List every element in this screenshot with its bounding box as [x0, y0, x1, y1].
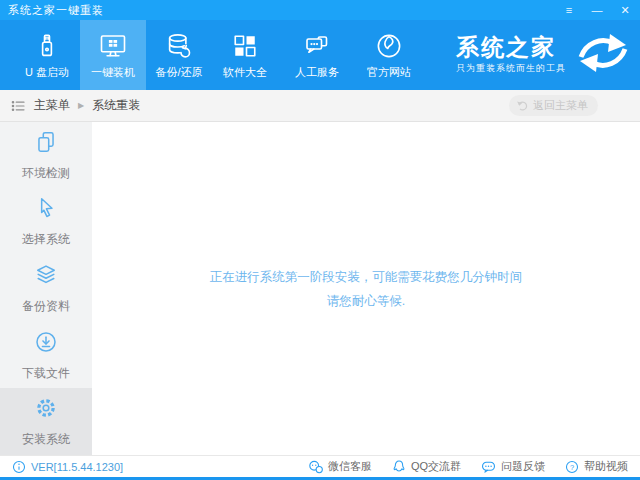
sidebar-item-install-system[interactable]: 安装系统 [0, 388, 92, 455]
chat-service-icon [302, 30, 332, 62]
breadcrumb-separator-icon: ▶ [78, 101, 84, 110]
qq-group-link[interactable]: QQ交流群 [392, 459, 461, 474]
app-window: 系统之家一键重装 ≡ — ✕ U 盘启动 [0, 0, 640, 480]
menu-list-icon [10, 98, 26, 114]
pages-icon [33, 129, 59, 159]
nav-item-usb-boot[interactable]: U 盘启动 [14, 20, 80, 90]
info-icon [12, 460, 26, 474]
nav-item-official-site[interactable]: 官方网站 [356, 20, 422, 90]
titlebar: 系统之家一键重装 ≡ — ✕ [0, 0, 640, 20]
menu-icon[interactable]: ≡ [562, 5, 576, 16]
main-nav: U 盘启动 一键装机 [0, 20, 640, 90]
nav-item-backup-restore[interactable]: 备份/还原 [146, 20, 212, 90]
install-progress-message-line1: 正在进行系统第一阶段安装，可能需要花费您几分钟时间 [210, 265, 523, 289]
main-content: 正在进行系统第一阶段安装，可能需要花费您几分钟时间 请您耐心等候. [92, 122, 640, 455]
breadcrumb-root[interactable]: 主菜单 [34, 97, 70, 114]
globe-icon [374, 30, 404, 62]
gear-icon [33, 395, 59, 425]
sidebar-item-label: 选择系统 [22, 231, 70, 248]
nav-item-human-service[interactable]: 人工服务 [284, 20, 350, 90]
nav-item-label: 人工服务 [295, 65, 339, 80]
brand-name: 系统之家 [456, 35, 566, 60]
footer-link-label: 微信客服 [328, 459, 372, 474]
back-button-label: 返回主菜单 [533, 98, 588, 113]
wechat-support-link[interactable]: 微信客服 [308, 459, 372, 474]
version-text: VER[11.5.44.1230] [31, 461, 123, 473]
help-videos-link[interactable]: ? 帮助视频 [565, 459, 628, 474]
footer-link-label: 问题反馈 [501, 459, 545, 474]
svg-text:?: ? [570, 462, 574, 471]
sidebar-item-label: 备份资料 [22, 298, 70, 315]
window-title: 系统之家一键重装 [8, 3, 104, 18]
sidebar-item-label: 安装系统 [22, 431, 70, 448]
download-circle-icon [33, 329, 59, 359]
close-icon[interactable]: ✕ [618, 5, 632, 16]
version-info: VER[11.5.44.1230] [12, 460, 123, 474]
footer-link-label: QQ交流群 [411, 459, 461, 474]
nav-item-label: 软件大全 [223, 65, 267, 80]
minimize-icon[interactable]: — [590, 5, 604, 16]
status-bar: VER[11.5.44.1230] 微信客服 QQ交流群 [0, 455, 640, 477]
nav-item-software-center[interactable]: 软件大全 [212, 20, 278, 90]
apps-grid-icon [230, 30, 260, 62]
nav-item-one-key-install[interactable]: 一键装机 [80, 20, 146, 90]
feedback-bubble-icon [481, 460, 496, 474]
install-progress-message-line2: 请您耐心等候. [327, 289, 405, 313]
breadcrumb-current: 系统重装 [92, 97, 140, 114]
usb-drive-icon [32, 30, 62, 62]
monitor-windows-icon [98, 30, 128, 62]
qq-icon [392, 459, 406, 474]
brand-tagline: 只为重装系统而生的工具 [456, 62, 566, 75]
brand: 系统之家 只为重装系统而生的工具 [456, 20, 640, 90]
undo-arrow-icon [516, 99, 529, 112]
sidebar-item-env-check[interactable]: 环境检测 [0, 122, 92, 189]
wechat-icon [308, 460, 323, 474]
nav-item-label: 官方网站 [367, 65, 411, 80]
sidebar-item-backup-data[interactable]: 备份资料 [0, 255, 92, 322]
database-restore-icon [164, 30, 194, 62]
sidebar-item-select-system[interactable]: 选择系统 [0, 189, 92, 256]
nav-item-label: 备份/还原 [155, 65, 202, 80]
cursor-icon [33, 195, 59, 225]
help-circle-icon: ? [565, 460, 579, 474]
feedback-link[interactable]: 问题反馈 [481, 459, 545, 474]
footer-link-label: 帮助视频 [584, 459, 628, 474]
sidebar-item-label: 环境检测 [22, 165, 70, 182]
back-to-main-menu-button[interactable]: 返回主菜单 [509, 95, 598, 116]
sidebar-item-download-files[interactable]: 下载文件 [0, 322, 92, 389]
nav-item-label: U 盘启动 [25, 65, 69, 80]
sidebar-item-label: 下载文件 [22, 365, 70, 382]
breadcrumb: 主菜单 ▶ 系统重装 返回主菜单 [0, 90, 640, 122]
swap-arrows-logo-icon [568, 32, 638, 78]
nav-item-label: 一键装机 [91, 65, 135, 80]
layers-icon [33, 262, 59, 292]
step-sidebar: 环境检测 选择系统 备份资料 [0, 122, 92, 455]
